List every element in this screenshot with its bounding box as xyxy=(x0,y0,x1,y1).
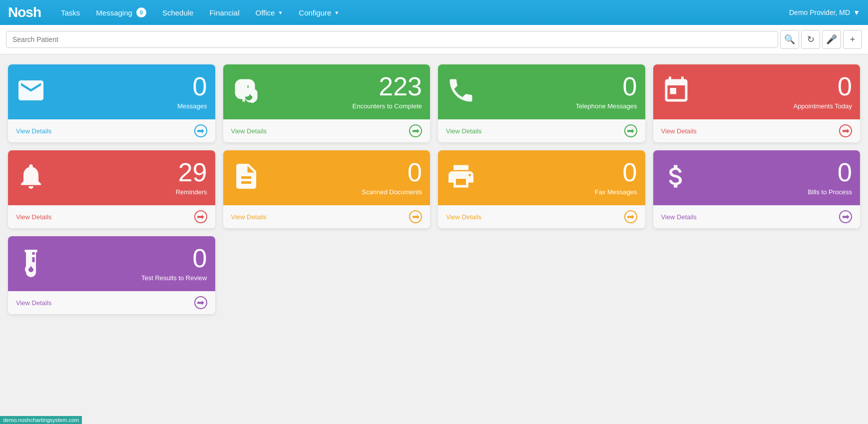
user-menu[interactable]: Demo Provider, MD ▼ xyxy=(789,8,860,16)
card-scanned-docs[interactable]: 0 Scanned Documents View Details ➡ xyxy=(223,150,431,228)
test-results-link[interactable]: View Details xyxy=(16,299,51,307)
nav-links: Tasks Messaging 0 Schedule Financial Off… xyxy=(53,0,789,25)
messaging-badge: 0 xyxy=(136,7,146,17)
bills-label: Bills to Process xyxy=(808,188,852,196)
fax-icon xyxy=(446,161,476,195)
encounters-arrow-icon: ➡ xyxy=(409,124,422,137)
card-appointments[interactable]: 0 Appointments Today View Details ➡ xyxy=(653,64,861,142)
navbar: Nosh Tasks Messaging 0 Schedule Financia… xyxy=(0,0,868,25)
appointments-arrow-icon: ➡ xyxy=(839,124,852,137)
appointments-label: Appointments Today xyxy=(793,102,852,110)
logo[interactable]: Nosh xyxy=(8,4,41,20)
card-encounters[interactable]: 223 Encounters to Complete View Details … xyxy=(223,64,431,142)
nav-messaging[interactable]: Messaging 0 xyxy=(88,0,154,25)
add-button[interactable]: + xyxy=(843,30,862,49)
messages-link[interactable]: View Details xyxy=(16,127,51,135)
phone-icon xyxy=(446,75,476,109)
messages-arrow-icon: ➡ xyxy=(194,124,207,137)
appointments-count: 0 xyxy=(793,73,852,99)
bills-link[interactable]: View Details xyxy=(661,213,697,221)
microphone-icon: 🎤 xyxy=(826,34,837,45)
nav-configure[interactable]: Configure ▼ xyxy=(291,0,347,25)
search-icon: 🔍 xyxy=(784,34,795,45)
fax-label: Fax Messages xyxy=(595,188,637,196)
appointments-link[interactable]: View Details xyxy=(661,127,697,135)
bills-arrow-icon: ➡ xyxy=(839,210,852,223)
nav-office[interactable]: Office ▼ xyxy=(247,0,291,25)
search-bar: 🔍 ↻ 🎤 + xyxy=(0,25,868,54)
configure-chevron-icon: ▼ xyxy=(334,10,339,15)
encounters-count: 223 xyxy=(353,73,422,99)
scanned-docs-label: Scanned Documents xyxy=(362,188,422,196)
test-results-label: Test Results to Review xyxy=(141,274,207,282)
money-icon xyxy=(661,161,691,195)
scanned-docs-link[interactable]: View Details xyxy=(231,213,267,221)
card-telephone[interactable]: 0 Telephone Messages View Details ➡ xyxy=(438,64,645,142)
nav-tasks[interactable]: Tasks xyxy=(53,0,88,25)
calendar-icon xyxy=(661,75,691,109)
test-results-count: 0 xyxy=(141,245,207,271)
telephone-label: Telephone Messages xyxy=(576,102,637,110)
scanned-docs-count: 0 xyxy=(362,159,422,185)
nav-financial[interactable]: Financial xyxy=(201,0,247,25)
bell-icon xyxy=(16,161,46,195)
history-icon: ↻ xyxy=(807,34,815,45)
search-input[interactable] xyxy=(6,31,778,48)
fax-count: 0 xyxy=(595,159,637,185)
telephone-link[interactable]: View Details xyxy=(446,127,481,135)
history-button[interactable]: ↻ xyxy=(801,30,820,49)
flask-icon xyxy=(16,247,46,281)
search-button[interactable]: 🔍 xyxy=(780,30,799,49)
test-results-arrow-icon: ➡ xyxy=(194,296,207,309)
reminders-arrow-icon: ➡ xyxy=(194,210,207,223)
reminders-link[interactable]: View Details xyxy=(16,213,51,221)
reminders-label: Reminders xyxy=(176,188,207,196)
card-fax[interactable]: 0 Fax Messages View Details ➡ xyxy=(438,150,645,228)
nav-schedule[interactable]: Schedule xyxy=(154,0,202,25)
dashboard: 0 Messages View Details ➡ 223 Encounters… xyxy=(0,54,868,324)
card-bills[interactable]: 0 Bills to Process View Details ➡ xyxy=(653,150,861,228)
reminders-count: 29 xyxy=(176,159,207,185)
messages-label: Messages xyxy=(177,102,207,110)
microphone-button[interactable]: 🎤 xyxy=(822,30,841,49)
office-chevron-icon: ▼ xyxy=(278,10,283,15)
document-icon xyxy=(231,161,261,195)
card-test-results[interactable]: 0 Test Results to Review View Details ➡ xyxy=(8,236,215,314)
fax-arrow-icon: ➡ xyxy=(624,210,637,223)
bills-count: 0 xyxy=(808,159,852,185)
fax-link[interactable]: View Details xyxy=(446,213,481,221)
telephone-count: 0 xyxy=(576,73,637,99)
envelope-icon xyxy=(16,75,46,109)
user-chevron-icon: ▼ xyxy=(853,8,860,16)
card-reminders[interactable]: 29 Reminders View Details ➡ xyxy=(8,150,215,228)
messages-count: 0 xyxy=(177,73,207,99)
plus-icon: + xyxy=(850,34,856,45)
telephone-arrow-icon: ➡ xyxy=(624,124,637,137)
encounters-link[interactable]: View Details xyxy=(231,127,267,135)
stethoscope-icon xyxy=(231,75,261,109)
card-messages[interactable]: 0 Messages View Details ➡ xyxy=(8,64,215,142)
scanned-docs-arrow-icon: ➡ xyxy=(409,210,422,223)
encounters-label: Encounters to Complete xyxy=(353,102,422,110)
